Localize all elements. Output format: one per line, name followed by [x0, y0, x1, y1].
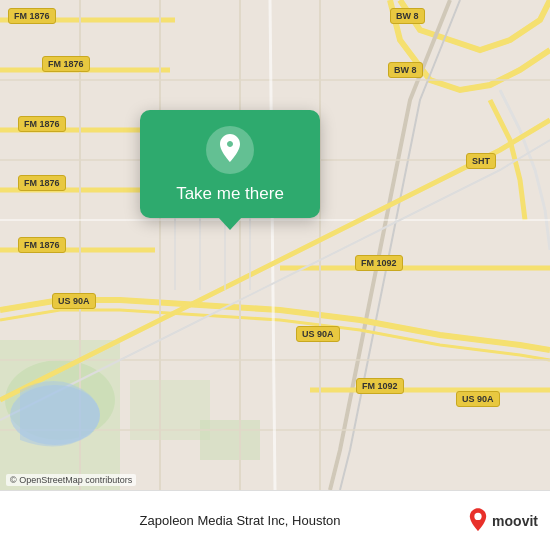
- road-badge-fm1876-1: FM 1876: [8, 8, 56, 24]
- moovit-logo: moovit: [468, 508, 538, 534]
- map-area: FM 1876 BW 8 FM 1876 BW 8 FM 1876 SHT FM…: [0, 0, 550, 490]
- bottom-bar: Zapoleon Media Strat Inc, Houston moovit: [0, 490, 550, 550]
- road-badge-us90a-1: US 90A: [52, 293, 96, 309]
- location-icon-circle: [206, 126, 254, 174]
- road-badge-sht: SHT: [466, 153, 496, 169]
- map-svg: [0, 0, 550, 490]
- place-title: Zapoleon Media Strat Inc, Houston: [12, 513, 468, 528]
- road-badge-fm1876-5: FM 1876: [18, 237, 66, 253]
- take-me-there-popup[interactable]: Take me there: [140, 110, 320, 218]
- road-badge-fm1092-1: FM 1092: [355, 255, 403, 271]
- road-badge-bw8-1: BW 8: [390, 8, 425, 24]
- road-badge-fm1876-2: FM 1876: [42, 56, 90, 72]
- svg-point-28: [474, 512, 481, 519]
- osm-attribution: © OpenStreetMap contributors: [6, 474, 136, 486]
- road-badge-bw8-2: BW 8: [388, 62, 423, 78]
- take-me-there-label: Take me there: [176, 184, 284, 204]
- road-badge-fm1092-2: FM 1092: [356, 378, 404, 394]
- road-badge-fm1876-3: FM 1876: [18, 116, 66, 132]
- location-pin-icon: [216, 134, 244, 166]
- road-badge-us90a-2: US 90A: [296, 326, 340, 342]
- road-badge-us90a-3: US 90A: [456, 391, 500, 407]
- moovit-label: moovit: [492, 513, 538, 529]
- road-badge-fm1876-4: FM 1876: [18, 175, 66, 191]
- moovit-pin-icon: [468, 508, 488, 534]
